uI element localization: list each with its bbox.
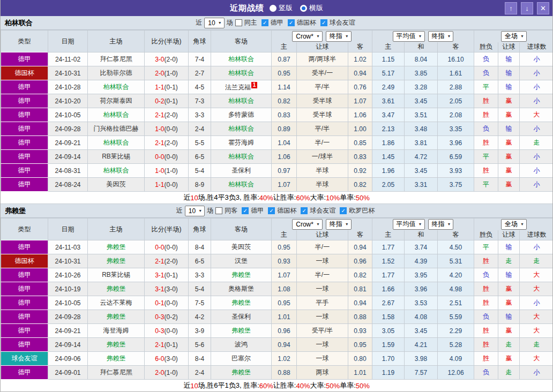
avg-home-odds: 5.17 [372, 66, 405, 80]
away-team: 法兰克福1 [211, 80, 272, 94]
handicap: 半球 [297, 164, 348, 178]
match-row: 德甲24-10-05柏林联合2-1(2-0)3-3多特蒙德0.83受半球1.06… [1, 108, 553, 122]
team-link[interactable]: 弗赖堡 [231, 271, 251, 278]
final-odds-select-2[interactable]: 终指▼ [428, 31, 454, 42]
team-link[interactable]: 柏林联合 [103, 83, 129, 91]
avg-draw-odds: 3.28 [405, 80, 438, 94]
team-link[interactable]: 柏林联合 [228, 180, 254, 188]
result-wdl: 胜 [474, 324, 498, 338]
radio-horizontal-layout[interactable]: 横版 [300, 3, 323, 13]
team-link[interactable]: 弗赖堡 [107, 313, 126, 320]
team-link[interactable]: 柏林联合 [228, 125, 254, 132]
league4-checkbox-2[interactable]: ✓ [340, 207, 347, 214]
league2-checkbox[interactable]: ✓ [288, 19, 295, 26]
avg-draw-odds: 3.98 [405, 352, 438, 366]
team-link[interactable]: 柏林联合 [103, 167, 129, 174]
avg-away-odds: 2.05 [438, 94, 474, 108]
fulltime-select-2[interactable]: 全场▼ [501, 219, 527, 230]
away-team: 波鸿 [211, 338, 272, 352]
score: 2-1(2-0) [145, 254, 189, 268]
note-badge[interactable]: 1 [251, 82, 257, 88]
away-team: 弗赖堡 [211, 268, 272, 282]
corner-score: 8-4 [189, 352, 211, 366]
close-button[interactable]: ✕ [537, 2, 549, 14]
team-link[interactable]: 弗赖堡 [107, 341, 126, 348]
team-link[interactable]: 弗赖堡 [231, 299, 251, 306]
crow-home-odds: 0.95 [272, 66, 297, 80]
fulltime-select[interactable]: 全场▼ [501, 31, 527, 42]
radio-selected-icon[interactable] [300, 5, 307, 12]
average-select-2[interactable]: 平均值▼ [393, 219, 425, 230]
avg-home-odds: 3.61 [372, 94, 405, 108]
league1-checkbox-2[interactable]: ✓ [242, 207, 249, 214]
team-link[interactable]: 弗赖堡 [231, 368, 251, 376]
score: 3-1(0-1) [145, 268, 189, 282]
result-wdl: 胜 [474, 94, 498, 108]
type-badge: 德甲 [1, 366, 48, 380]
team-link[interactable]: 弗赖堡 [107, 355, 126, 362]
crow-away-odds: 0.85 [348, 136, 372, 150]
result-goals: 大 [520, 310, 553, 324]
corner-score: 5-4 [189, 164, 211, 178]
avg-draw-odds: 3.45 [405, 324, 438, 338]
avg-draw-odds: 4.21 [405, 338, 438, 352]
team1-summary: 近10场,胜4平3负3, 胜率:40% 让胜率:60% 大率:10% 单率:50… [1, 192, 552, 204]
team-link[interactable]: 弗赖堡 [107, 285, 126, 292]
away-team: 柏林联合 [211, 52, 272, 66]
team-link[interactable]: 柏林联合 [103, 139, 129, 146]
team-link[interactable]: 柏林联合 [228, 153, 254, 160]
league2-checkbox-2[interactable]: ✓ [268, 207, 275, 214]
team-link[interactable]: 弗赖堡 [231, 327, 251, 334]
match-count-select[interactable]: 10▼ [204, 18, 224, 28]
col-corner: 角球 [189, 218, 211, 240]
match-date: 24-09-01 [48, 366, 88, 380]
crow-away-odds: 0.96 [348, 254, 372, 268]
avg-away-odds: 1.61 [438, 66, 474, 80]
type-badge: 德甲 [1, 52, 48, 66]
match-date: 24-09-14 [48, 150, 88, 164]
crow-home-odds: 1.08 [272, 282, 297, 296]
col-avg-home: 主 [372, 230, 405, 240]
handicap: 一/球半 [297, 150, 348, 164]
league3-checkbox-2[interactable]: ✓ [301, 207, 308, 214]
move-down-button[interactable]: ↓ [521, 2, 533, 14]
final-odds-select-4[interactable]: 终指▼ [428, 219, 454, 230]
match-count-select-2[interactable]: 10▼ [185, 206, 205, 216]
match-row: 球会友谊24-09-06弗赖堡6-0(3-0)8-4巴塞尔1.02一球0.801… [1, 352, 553, 366]
avg-home-odds: 1.86 [372, 136, 405, 150]
result-wdl: 负 [474, 66, 498, 80]
radio-unselected-icon[interactable] [270, 5, 276, 12]
result-goals: 大 [520, 324, 553, 338]
bookmaker-select-2[interactable]: Crow*▼ [292, 219, 323, 230]
move-up-button[interactable]: ↑ [505, 2, 517, 14]
team-link[interactable]: 弗赖堡 [107, 243, 126, 251]
home-team: RB莱比锡 [88, 150, 145, 164]
final-odds-select-3[interactable]: 终指▼ [326, 219, 352, 230]
team-link[interactable]: 柏林联合 [228, 97, 254, 104]
league1-label: 德甲 [271, 18, 283, 27]
chevron-down-icon: ▼ [447, 34, 451, 38]
league1-checkbox[interactable]: ✓ [261, 19, 268, 26]
team-link[interactable]: 柏林联合 [103, 111, 129, 118]
average-select[interactable]: 平均值▼ [393, 31, 425, 42]
result-wdl: 平 [474, 178, 498, 192]
result-goals: 小 [520, 52, 553, 66]
team1-name: 柏林联合 [5, 18, 33, 28]
bookmaker-select[interactable]: Crow*▼ [292, 31, 323, 42]
same-away-checkbox[interactable] [215, 207, 222, 214]
home-team: 柏林联合 [88, 108, 145, 122]
team-link[interactable]: 柏林联合 [228, 55, 254, 63]
result-goals: 小 [520, 122, 553, 136]
crow-home-odds: 0.96 [272, 324, 297, 338]
same-home-checkbox[interactable] [235, 19, 242, 26]
col-result-wdl: 胜负 [474, 230, 498, 240]
type-badge: 德甲 [1, 296, 48, 310]
radio-vertical-layout[interactable]: 竖版 [270, 3, 293, 13]
team-link[interactable]: 弗赖堡 [107, 257, 126, 265]
team-link[interactable]: 柏林联合 [228, 69, 254, 77]
score: 3-0(2-0) [145, 52, 189, 66]
final-odds-select-1[interactable]: 终指▼ [326, 31, 352, 42]
result-handicap: 输 [498, 310, 520, 324]
corner-score: 7-5 [189, 296, 211, 310]
league3-checkbox[interactable]: ✓ [320, 19, 327, 26]
